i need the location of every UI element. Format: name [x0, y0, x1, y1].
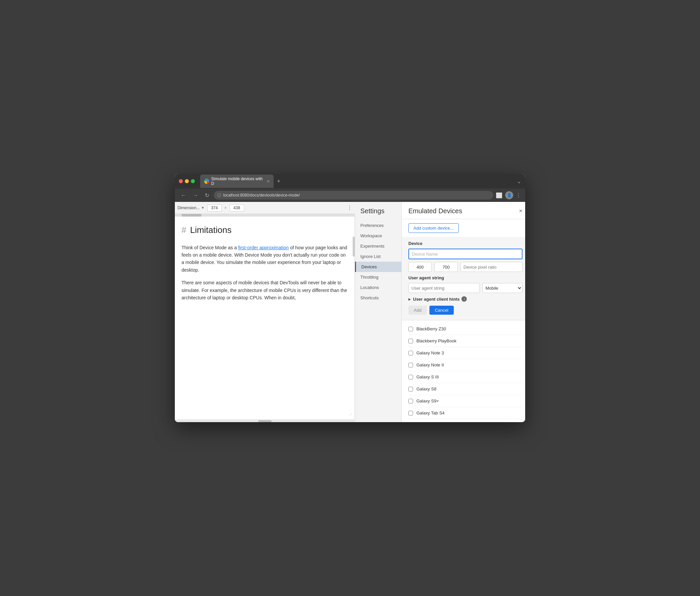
device-section-label: Device	[408, 241, 523, 246]
cancel-button[interactable]: Cancel	[429, 306, 453, 315]
toolbar-more-button[interactable]: ⋮	[347, 204, 352, 211]
list-item: Galaxy Note 3	[408, 347, 523, 359]
sidebar-item-ignore-list[interactable]: Ignore List	[355, 251, 401, 262]
tab-favicon	[204, 178, 209, 184]
user-agent-select[interactable]: Mobile Desktop Tablet	[482, 283, 523, 293]
user-agent-label: User agent string	[408, 275, 523, 280]
traffic-lights	[179, 179, 195, 183]
height-input[interactable]	[229, 204, 244, 212]
active-tab[interactable]: Simulate mobile devices with D ×	[200, 175, 274, 188]
device-checkbox-blackberry-playbook[interactable]	[408, 339, 413, 343]
device-form: Device User agent string Mobile Desktop	[402, 237, 525, 320]
info-icon[interactable]: i	[461, 296, 467, 302]
horizontal-scrollbar	[175, 214, 355, 217]
sidebar-item-throttling[interactable]: Throttling	[355, 272, 401, 282]
address-bar[interactable]: ⓘ localhost:8080/docs/devtools/device-mo…	[214, 191, 493, 200]
device-name-galaxy-s8: Galaxy S8	[417, 387, 436, 392]
device-height-input[interactable]	[434, 262, 458, 272]
list-item: Blackberry PlayBook	[408, 335, 523, 347]
traffic-light-red[interactable]	[179, 179, 183, 183]
settings-panel: Settings Preferences Workspace Experimen…	[355, 202, 525, 422]
device-checkbox-galaxy-tab-s4[interactable]	[408, 411, 413, 416]
sidebar-item-workspace[interactable]: Workspace	[355, 230, 401, 241]
split-view-button[interactable]: ⬜	[496, 192, 502, 199]
tab-bar: Simulate mobile devices with D × +	[200, 175, 514, 188]
sidebar-item-locations[interactable]: Locations	[355, 282, 401, 293]
device-checkbox-galaxy-s8[interactable]	[408, 387, 413, 392]
device-name-blackberry-playbook: Blackberry PlayBook	[417, 339, 456, 343]
forward-button[interactable]: →	[191, 192, 200, 199]
device-name-input[interactable]	[408, 249, 523, 259]
device-checkbox-blackberry-z30[interactable]	[408, 327, 413, 331]
heading-hash: #	[181, 225, 186, 235]
sidebar-item-shortcuts[interactable]: Shortcuts	[355, 293, 401, 303]
device-name-galaxy-tab-s4: Galaxy Tab S4	[417, 411, 444, 416]
page-preview-container: Dimension... ▼ × ⋮ #	[175, 202, 355, 422]
para1-link[interactable]: first-order approximation	[238, 245, 289, 250]
device-checkbox-galaxy-note-ii[interactable]	[408, 363, 413, 367]
user-agent-input[interactable]	[408, 283, 480, 293]
traffic-light-green[interactable]	[191, 179, 195, 183]
list-item: Galaxy Tab S4	[408, 407, 523, 419]
heading-text: Limitations	[190, 225, 231, 235]
bottom-scrollbar	[175, 420, 355, 422]
device-name-galaxy-s9plus: Galaxy S9+	[417, 398, 439, 403]
close-button[interactable]: ×	[519, 207, 523, 215]
devices-panel-header: Emulated Devices ×	[402, 202, 525, 219]
vertical-scrollbar-thumb[interactable]	[353, 237, 355, 257]
list-item: Galaxy Note II	[408, 359, 523, 371]
list-item: Galaxy S9+	[408, 395, 523, 407]
add-button[interactable]: Add	[408, 306, 427, 315]
devtools-toolbar: Dimension... ▼ × ⋮	[175, 202, 355, 214]
device-checkbox-galaxy-note-3[interactable]	[408, 351, 413, 355]
form-buttons: Add Cancel	[408, 306, 523, 315]
resize-handle-icon[interactable]: ⟋	[349, 412, 353, 417]
page-content: # Limitations Think of Device Mode as a …	[181, 223, 348, 301]
traffic-light-yellow[interactable]	[185, 179, 189, 183]
width-input[interactable]	[207, 204, 222, 212]
device-name-galaxy-note-ii: Galaxy Note II	[417, 363, 444, 367]
lock-icon: ⓘ	[217, 193, 221, 198]
devices-panel: Emulated Devices × Add custom device... …	[402, 202, 525, 422]
url-text: localhost:8080/docs/devtools/device-mode…	[223, 193, 300, 198]
expand-arrow-icon[interactable]: ▶	[408, 297, 411, 301]
device-pixel-ratio-input[interactable]	[460, 262, 523, 272]
dimension-selector: Dimension... ▼	[177, 205, 204, 210]
sidebar-item-experiments[interactable]: Experiments	[355, 241, 401, 251]
sidebar-item-preferences[interactable]: Preferences	[355, 220, 401, 230]
device-dimensions-row	[408, 262, 523, 272]
dropdown-button[interactable]: ⌄	[517, 178, 521, 184]
paragraph-2: There are some aspects of mobile devices…	[181, 279, 348, 301]
nav-right: ⬜ 👤 ⋮	[496, 191, 521, 199]
dimension-arrow-icon: ▼	[201, 206, 204, 209]
dimension-label: Dimension...	[177, 205, 200, 210]
list-item: Galaxy S III	[408, 371, 523, 383]
tab-close-btn[interactable]: ×	[267, 178, 270, 184]
new-tab-button[interactable]: +	[275, 177, 283, 185]
page-heading: # Limitations	[181, 223, 348, 237]
main-content: Dimension... ▼ × ⋮ #	[175, 202, 525, 422]
settings-title: Settings	[355, 207, 401, 220]
dimension-x-separator: ×	[225, 205, 227, 210]
device-name-blackberry-z30: BlackBerry Z30	[417, 326, 446, 331]
device-width-input[interactable]	[408, 262, 432, 272]
devices-panel-title: Emulated Devices	[408, 207, 462, 215]
back-button[interactable]: ←	[179, 192, 188, 199]
client-hints-row: ▶ User agent client hints i	[408, 296, 523, 302]
reload-button[interactable]: ↻	[203, 192, 211, 199]
profile-button[interactable]: 👤	[505, 191, 513, 199]
device-checkbox-galaxy-s-iii[interactable]	[408, 375, 413, 379]
sidebar-item-devices[interactable]: Devices	[355, 262, 401, 272]
chrome-menu-button[interactable]: ⋮	[516, 192, 521, 199]
device-checkbox-galaxy-s9plus[interactable]	[408, 399, 413, 403]
bottom-scrollbar-thumb	[258, 420, 272, 422]
device-name-galaxy-note-3: Galaxy Note 3	[417, 350, 444, 355]
user-agent-row: Mobile Desktop Tablet	[408, 283, 523, 293]
browser-window: Simulate mobile devices with D × + ⌄ ← →…	[175, 174, 525, 422]
paragraph-1: Think of Device Mode as a first-order ap…	[181, 244, 348, 274]
add-custom-device-button[interactable]: Add custom device...	[408, 223, 459, 233]
para1-pre-text: Think of Device Mode as a	[181, 245, 238, 250]
profile-icon: 👤	[507, 193, 512, 198]
list-item: Galaxy S8	[408, 383, 523, 395]
page-frame: # Limitations Think of Device Mode as a …	[175, 217, 355, 420]
